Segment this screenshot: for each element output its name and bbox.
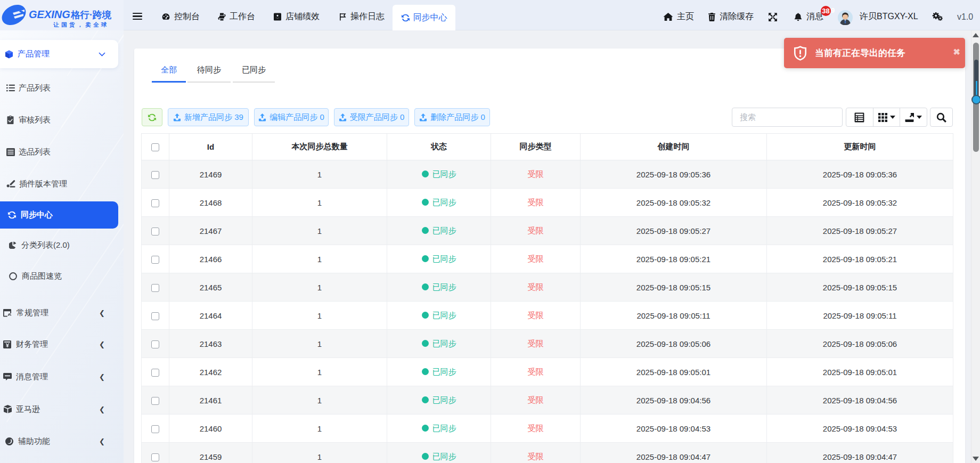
svg-text:让国货，卖全球: 让国货，卖全球 [53, 21, 109, 28]
svg-text:GEXING: GEXING [29, 9, 70, 20]
svg-text:格行·跨境: 格行·跨境 [70, 10, 111, 20]
